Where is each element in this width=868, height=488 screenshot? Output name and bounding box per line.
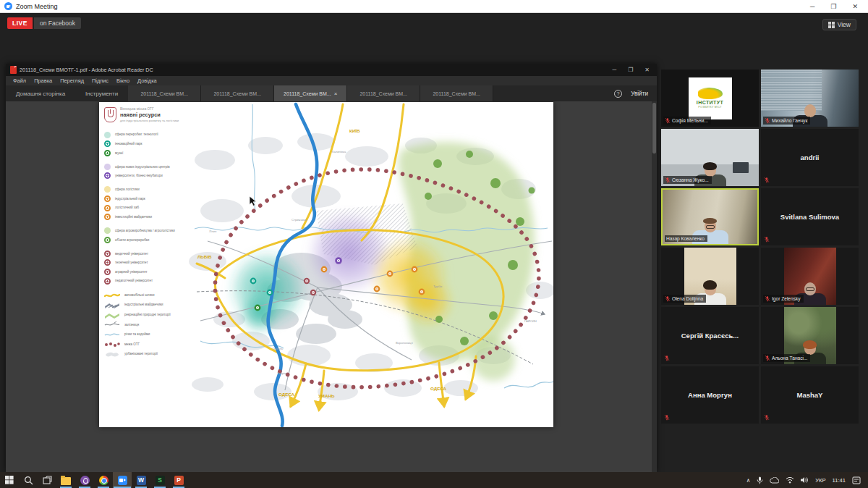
system-tray: ∧ УКР 11:41 (746, 476, 868, 484)
folder-icon (61, 477, 71, 485)
participant-nametag: Olena Dolijnna (663, 295, 706, 303)
participant-tile-svitlana[interactable]: Svitlana Sulimova (761, 188, 859, 245)
legend-squiggle-blue (104, 331, 120, 338)
help-icon[interactable]: ? (614, 90, 622, 98)
acrobat-menubar: Файл Правка Перегляд Підпис Вікно Довідк… (6, 76, 657, 85)
participant-tile-siuzanna[interactable]: Сюзанна Жуко... (661, 129, 759, 186)
legend-org: Вінницька міська ОТГ (120, 107, 182, 111)
participant-tile-mykhailo[interactable]: Михайло Ганчук (761, 70, 859, 127)
tray-network-icon[interactable] (786, 476, 794, 484)
menu-window[interactable]: Вікно (116, 77, 129, 84)
action-center-icon[interactable] (852, 476, 861, 484)
participant-nametag: Назар Коваленко (665, 235, 707, 242)
window-close-button[interactable]: ✕ (852, 3, 858, 10)
window-maximize-button[interactable]: ❐ (830, 3, 836, 10)
acrobat-minimize-button[interactable]: ─ (612, 67, 616, 73)
tab-close-icon[interactable]: × (334, 91, 338, 97)
muted-mic-icon (765, 355, 770, 361)
acrobat-window: 201118_Схеми ВМОТГ-1.pdf - Adobe Acrobat… (6, 64, 657, 472)
tray-onedrive-icon[interactable] (770, 477, 779, 484)
muted-mic-icon (665, 117, 671, 124)
mouse-cursor (250, 196, 256, 206)
search-icon (24, 476, 33, 485)
window-minimize-button[interactable]: ─ (810, 3, 814, 10)
view-button[interactable]: View (822, 19, 856, 30)
menu-sign[interactable]: Підпис (92, 77, 109, 84)
legend-squiggle-gray (104, 321, 120, 328)
legend-marker-donut-maroon (104, 269, 111, 275)
doc-tab-1[interactable]: 201118_Схеми ВМ... (128, 85, 201, 101)
legend-marker-donut-orange (104, 205, 111, 211)
acrobat-scrollbar[interactable] (652, 101, 657, 472)
screen: Zoom Meeting ─ ❐ ✕ LIVE on Facebook View… (0, 0, 868, 488)
map-town-label: Стрижавка (292, 218, 307, 222)
tab-tools[interactable]: Інструменти (75, 85, 128, 101)
acrobat-tabbar: Домашня сторінка Інструменти 201118_Схем… (6, 85, 657, 101)
legend-marker-circle-green-light (104, 227, 111, 234)
meeting-area: LIVE on Facebook View 201118_Схеми ВМОТГ… (0, 13, 868, 472)
muted-mic-icon (764, 414, 770, 421)
language-indicator[interactable]: УКР (815, 477, 825, 484)
participant-tile-serhii[interactable]: Сергій Красєсь... (661, 307, 759, 364)
tray-volume-icon[interactable] (801, 476, 809, 484)
grid-view-icon (828, 22, 835, 28)
menu-help[interactable]: Довідка (137, 77, 157, 84)
participant-tile-anna[interactable]: Анна Моргун (661, 366, 759, 424)
acrobat-close-button[interactable]: ✕ (644, 67, 650, 73)
participant-nametag: Сюзанна Жуко... (663, 176, 712, 184)
participant-tile-sofiia[interactable]: ІНСТИТУТ РОЗВИТКУ МІСТ Софія Мельни... (661, 70, 759, 127)
legend-dots-red (104, 341, 120, 348)
ukraine-map-logo-icon (698, 88, 723, 99)
legend-band-gray-hatch (104, 301, 120, 308)
tray-mic-icon[interactable] (757, 476, 763, 484)
sign-in-button[interactable]: Увійти (631, 91, 648, 97)
participant-tile-igor[interactable]: Igor Zelensky (761, 248, 859, 305)
legend-marker-donut-green (104, 150, 111, 156)
doc-tab-3-active[interactable]: 201118_Схеми ВМ... × (274, 85, 347, 101)
clock[interactable]: 11:41 (833, 477, 846, 484)
legend-marker-circle-purple-light (104, 164, 111, 170)
legend-marker-donut-teal (104, 140, 111, 147)
powerpoint-icon: P (174, 476, 184, 485)
search-button[interactable] (19, 472, 38, 488)
zoom-window-titlebar: Zoom Meeting ─ ❐ ✕ (0, 0, 868, 13)
doc-tab-2[interactable]: 201118_Схеми ВМ... (201, 85, 274, 101)
map-road-label-east: ГАЙСИН (524, 319, 537, 323)
menu-view[interactable]: Перегляд (60, 77, 84, 84)
menu-file[interactable]: Файл (13, 77, 26, 84)
live-location-badge: on Facebook (34, 17, 81, 29)
task-view-icon (43, 476, 52, 485)
doc-tab-4[interactable]: 201118_Схеми ВМ... (347, 85, 420, 101)
participant-tile-olena[interactable]: Olena Dolijnna (661, 248, 759, 305)
participant-tile-andrii[interactable]: andrii (761, 129, 859, 186)
map-town-label: Турбів (433, 285, 443, 288)
window-title: Zoom Meeting (16, 3, 58, 10)
pdf-file-icon (10, 66, 17, 74)
tab-home[interactable]: Домашня сторінка (6, 85, 75, 101)
participant-tile-alona[interactable]: Альона Танасі... (761, 307, 859, 364)
live-badge: LIVE (7, 17, 33, 29)
word-button[interactable]: W (132, 472, 150, 488)
live-indicator: LIVE on Facebook (7, 17, 81, 29)
start-button[interactable] (0, 472, 19, 488)
green-app-button[interactable]: S (150, 472, 169, 488)
participant-tile-mashay[interactable]: MashaY (761, 366, 859, 424)
file-explorer-button[interactable] (56, 472, 75, 488)
participant-tile-nazar-active-speaker[interactable]: Назар Коваленко (661, 188, 759, 245)
zoom-taskbar-button[interactable] (113, 472, 132, 488)
viber-button[interactable] (75, 472, 94, 488)
legend-marker-donut-purple (104, 172, 111, 179)
acrobat-maximize-button[interactable]: ❐ (628, 67, 633, 73)
map-label-odesa-right: ОДЕСА (430, 386, 447, 391)
doc-tab-5[interactable]: 201118_Схеми ВМ... (420, 85, 493, 101)
menu-edit[interactable]: Правка (34, 77, 52, 84)
participant-nametag: Софія Мельни... (663, 117, 711, 125)
chrome-button[interactable] (94, 472, 113, 488)
tray-chevron-up-icon[interactable]: ∧ (746, 477, 751, 484)
powerpoint-button[interactable]: P (169, 472, 188, 488)
task-view-button[interactable] (38, 472, 56, 488)
word-icon: W (137, 476, 146, 485)
legend-marker-donut-maroon (104, 251, 111, 257)
legend-band-green-hatch (104, 311, 120, 319)
windows-taskbar: W S P ∧ УКР 11:41 (0, 472, 868, 488)
